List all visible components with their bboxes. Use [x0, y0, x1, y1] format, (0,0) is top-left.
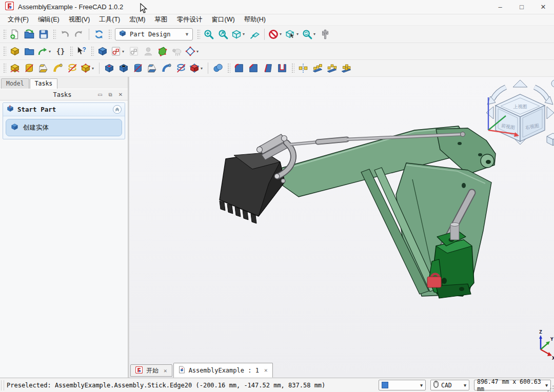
- create-group-button[interactable]: [22, 44, 36, 58]
- nav-face-top[interactable]: 上视图: [513, 104, 527, 109]
- tab-close-icon[interactable]: ✕: [264, 367, 268, 374]
- boolean-button[interactable]: [211, 61, 225, 75]
- whats-this-button[interactable]: ?: [74, 44, 89, 58]
- collapse-section-button[interactable]: [113, 105, 122, 114]
- multitransform-button[interactable]: [339, 61, 353, 75]
- mdi-tab-document[interactable]: AssemblyExample : 1✕: [173, 363, 273, 378]
- nav-arrow-up[interactable]: [513, 80, 527, 87]
- revolution-button[interactable]: [22, 61, 36, 75]
- zoom-sync-button[interactable]: ▾: [301, 27, 318, 42]
- map-sketch-button[interactable]: [155, 44, 170, 58]
- dropdown-caret-icon[interactable]: ▾: [201, 66, 205, 71]
- linear-pattern-button[interactable]: [310, 61, 325, 75]
- validate-sketch-button[interactable]: [141, 44, 155, 58]
- toolbar-grip[interactable]: [69, 46, 73, 57]
- clipping-plane-button[interactable]: ▾: [267, 27, 284, 42]
- subtractive-loft-button[interactable]: [145, 61, 160, 75]
- toolbar-grip[interactable]: [90, 46, 94, 57]
- toolbar-grip[interactable]: [227, 63, 230, 74]
- dropdown-caret-icon[interactable]: ▾: [280, 32, 284, 36]
- viewport-plane-button[interactable]: [247, 27, 262, 42]
- nav-arrow-right[interactable]: [547, 107, 554, 119]
- 3d-viewport[interactable]: 上视图 前视图 右视图: [129, 77, 554, 378]
- open-document-button[interactable]: [22, 27, 36, 42]
- excavator-assembly[interactable]: [220, 126, 496, 298]
- menu-item-3[interactable]: 工具(T): [94, 14, 125, 25]
- dock-minimize-icon[interactable]: ▭: [96, 91, 104, 98]
- tab-model[interactable]: Model: [1, 78, 29, 89]
- chamfer-button[interactable]: [246, 61, 261, 75]
- edit-sketch-button[interactable]: [127, 44, 141, 58]
- dropdown-caret-icon[interactable]: ▾: [243, 32, 247, 36]
- mdi-tab-start[interactable]: 开始✕: [130, 364, 172, 377]
- 3d-scene[interactable]: 上视图 前视图 右视图: [129, 77, 554, 362]
- zoom-fit-all-button[interactable]: [202, 27, 216, 42]
- create-sketch-button[interactable]: ▾: [110, 44, 127, 58]
- close-button[interactable]: ✕: [532, 0, 554, 14]
- subtractive-primitive-button[interactable]: ▾: [188, 61, 205, 75]
- clone-button[interactable]: [170, 44, 184, 58]
- bucket[interactable]: [220, 153, 285, 223]
- new-document-button[interactable]: [8, 27, 22, 42]
- toolbar-grip[interactable]: [3, 46, 6, 57]
- pad-button[interactable]: [8, 61, 22, 75]
- zoom-selection-button[interactable]: [216, 27, 230, 42]
- toolbar-grip[interactable]: [52, 29, 56, 40]
- nav-mini-cube[interactable]: [547, 133, 554, 146]
- dock-close-icon[interactable]: ✕: [116, 91, 125, 98]
- minimize-button[interactable]: –: [489, 0, 511, 14]
- viewport-dimension-combo[interactable]: 896.47 mm x 600.63 mm ▼: [474, 380, 551, 390]
- menu-item-2[interactable]: 视图(V): [64, 14, 95, 25]
- save-document-button[interactable]: [36, 27, 51, 42]
- draw-style-combo[interactable]: ▼: [379, 380, 426, 390]
- create-body-button[interactable]: [95, 44, 110, 58]
- start-part-header[interactable]: Start Part: [3, 103, 125, 116]
- make-link-button[interactable]: ▾: [36, 44, 53, 58]
- tab-tasks[interactable]: Tasks: [30, 78, 58, 89]
- menu-item-7[interactable]: 窗口(W): [207, 14, 240, 25]
- subtractive-pipe-button[interactable]: [160, 61, 174, 75]
- nav-arrow-left[interactable]: [486, 107, 493, 119]
- workbench-selector[interactable]: Part Design▼: [115, 28, 193, 40]
- maximize-button[interactable]: □: [511, 0, 532, 14]
- additive-loft-button[interactable]: [36, 61, 51, 75]
- subtractive-helix-button[interactable]: [174, 61, 188, 75]
- redo-button[interactable]: [72, 27, 86, 42]
- additive-helix-button[interactable]: [65, 61, 80, 75]
- measure-button[interactable]: [318, 27, 332, 42]
- draft-button[interactable]: [261, 61, 275, 75]
- nav-circle-button[interactable]: [551, 80, 554, 87]
- pocket-button[interactable]: [102, 61, 116, 75]
- toolbar-grip[interactable]: [3, 29, 6, 40]
- hole-button[interactable]: [116, 61, 131, 75]
- menu-item-8[interactable]: 帮助(H): [240, 14, 270, 25]
- navigation-style-combo[interactable]: CAD ▼: [430, 380, 469, 390]
- fillet-button[interactable]: [232, 61, 246, 75]
- polar-pattern-button[interactable]: [325, 61, 339, 75]
- dropdown-caret-icon[interactable]: ▾: [313, 32, 318, 36]
- menu-item-6[interactable]: 零件设计: [172, 14, 207, 25]
- toolbar-grip[interactable]: [108, 29, 111, 40]
- refresh-button[interactable]: [92, 27, 106, 42]
- dock-float-icon[interactable]: ⧉: [106, 91, 114, 98]
- additive-primitive-button[interactable]: ▾: [80, 61, 96, 75]
- toolbar-grip[interactable]: [196, 29, 200, 40]
- create-part-button[interactable]: [8, 44, 22, 58]
- undo-button[interactable]: [57, 27, 72, 42]
- menu-item-0[interactable]: 文件(F): [3, 14, 33, 25]
- dropdown-caret-icon[interactable]: ▾: [92, 66, 96, 71]
- dropdown-caret-icon[interactable]: ▾: [296, 32, 301, 36]
- dropdown-caret-icon[interactable]: ▾: [196, 49, 201, 54]
- menu-item-1[interactable]: 编辑(E): [33, 14, 64, 25]
- groove-button[interactable]: [131, 61, 145, 75]
- thickness-button[interactable]: [275, 61, 289, 75]
- mirrored-button[interactable]: [296, 61, 310, 75]
- navigation-cube[interactable]: 上视图 前视图 右视图: [486, 80, 554, 146]
- tab-close-icon[interactable]: ✕: [164, 367, 167, 374]
- expression-button[interactable]: {}: [53, 44, 68, 58]
- additive-pipe-button[interactable]: [51, 61, 65, 75]
- dropdown-caret-icon[interactable]: ▾: [49, 49, 53, 54]
- toolbar-grip[interactable]: [291, 63, 294, 74]
- toolbar-grip[interactable]: [3, 63, 6, 74]
- menu-item-5[interactable]: 草图: [150, 14, 172, 25]
